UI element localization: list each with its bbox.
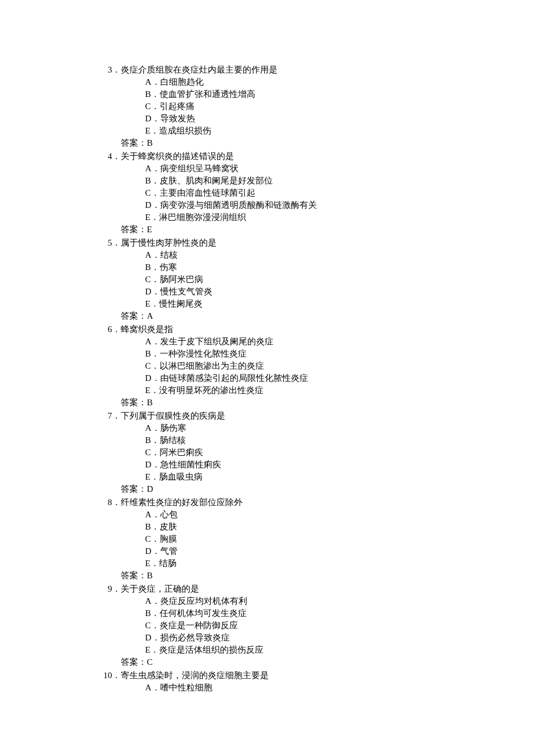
option-item: D．病变弥漫与细菌透明质酸酶和链激酶有关	[145, 199, 534, 211]
option-item: E．结肠	[145, 557, 534, 570]
option-item: B．皮肤、肌肉和阑尾是好发部位	[145, 175, 534, 187]
question-block: 8．纤维素性炎症的好发部位应除外A．心包B．皮肤C．胸膜D．气管E．结肠答案：B	[99, 496, 534, 582]
options-list: A．肠伤寒B．肠结核C．阿米巴痢疾D．急性细菌性痢疾E．肠血吸虫病	[99, 422, 534, 483]
option-item: C．炎症是一种防御反应	[145, 620, 534, 632]
answer-line: 答案：E	[99, 224, 534, 236]
question-number: 7．	[99, 410, 121, 422]
options-list: A．病变组织呈马蜂窝状B．皮肤、肌肉和阑尾是好发部位C．主要由溶血性链球菌引起D…	[99, 163, 534, 224]
option-item: B．使血管扩张和通透性增高	[145, 88, 534, 100]
question-number: 10．	[99, 669, 121, 682]
question-text: 关于蜂窝织炎的描述错误的是	[121, 152, 234, 161]
question-text: 寄生虫感染时，浸润的炎症细胞主要是	[121, 671, 269, 680]
option-item: C．主要由溶血性链球菌引起	[145, 187, 534, 199]
question-block: 6．蜂窝织炎是指A．发生于皮下组织及阑尾的炎症B．一种弥漫性化脓性炎症C．以淋巴…	[99, 323, 534, 409]
option-item: E．慢性阑尾炎	[145, 298, 534, 310]
option-item: D．导致发热	[145, 113, 534, 125]
options-list: A．白细胞趋化B．使血管扩张和通透性增高C．引起疼痛D．导致发热E．造成组织损伤	[99, 76, 534, 137]
option-item: B．一种弥漫性化脓性炎症	[145, 348, 534, 360]
option-item: D．损伤必然导致炎症	[145, 632, 534, 644]
option-item: A．炎症反应均对机体有利	[145, 595, 534, 607]
option-item: C．肠阿米巴病	[145, 273, 534, 286]
option-item: D．急性细菌性痢疾	[145, 459, 534, 471]
question-block: 4．关于蜂窝织炎的描述错误的是A．病变组织呈马蜂窝状B．皮肤、肌肉和阑尾是好发部…	[99, 150, 534, 236]
option-item: E．淋巴细胞弥漫浸润组织	[145, 211, 534, 224]
answer-line: 答案：B	[99, 397, 534, 409]
question-number: 5．	[99, 237, 121, 249]
question-text: 纤维素性炎症的好发部位应除外	[121, 498, 243, 507]
question-number: 9．	[99, 583, 121, 595]
option-item: D．气管	[145, 545, 534, 557]
option-item: A．心包	[145, 509, 534, 521]
question-number: 4．	[99, 150, 121, 163]
options-list: A．发生于皮下组织及阑尾的炎症B．一种弥漫性化脓性炎症C．以淋巴细胞渗出为主的炎…	[99, 336, 534, 397]
question-stem: 8．纤维素性炎症的好发部位应除外	[99, 496, 534, 509]
question-block: 9．关于炎症，正确的是A．炎症反应均对机体有利B．任何机体均可发生炎症C．炎症是…	[99, 583, 534, 668]
question-block: 10．寄生虫感染时，浸润的炎症细胞主要是A．嗜中性粒细胞	[99, 669, 534, 694]
options-list: A．心包B．皮肤C．胸膜D．气管E．结肠	[99, 509, 534, 570]
option-item: E．没有明显坏死的渗出性炎症	[145, 384, 534, 397]
option-item: B．皮肤	[145, 521, 534, 533]
answer-line: 答案：A	[99, 310, 534, 322]
options-list: A．结核B．伤寒C．肠阿米巴病D．慢性支气管炎E．慢性阑尾炎	[99, 249, 534, 310]
option-item: C．阿米巴痢疾	[145, 447, 534, 459]
option-item: A．结核	[145, 249, 534, 261]
question-text: 属于慢性肉芽肿性炎的是	[121, 238, 217, 247]
answer-line: 答案：C	[99, 656, 534, 668]
question-stem: 7．下列属于假膜性炎的疾病是	[99, 410, 534, 422]
question-stem: 9．关于炎症，正确的是	[99, 583, 534, 595]
option-item: D．由链球菌感染引起的局限性化脓性炎症	[145, 372, 534, 384]
question-block: 7．下列属于假膜性炎的疾病是A．肠伤寒B．肠结核C．阿米巴痢疾D．急性细菌性痢疾…	[99, 410, 534, 495]
question-number: 3．	[99, 64, 121, 76]
option-item: E．炎症是活体组织的损伤反应	[145, 644, 534, 656]
option-item: E．肠血吸虫病	[145, 471, 534, 483]
option-item: D．慢性支气管炎	[145, 286, 534, 298]
option-item: A．发生于皮下组织及阑尾的炎症	[145, 336, 534, 348]
option-item: C．引起疼痛	[145, 100, 534, 113]
question-stem: 5．属于慢性肉芽肿性炎的是	[99, 237, 534, 249]
option-item: B．任何机体均可发生炎症	[145, 607, 534, 620]
question-text: 蜂窝织炎是指	[121, 325, 173, 334]
answer-line: 答案：B	[99, 137, 534, 149]
page-content: 3．炎症介质组胺在炎症灶内最主要的作用是A．白细胞趋化B．使血管扩张和通透性增高…	[0, 0, 534, 756]
question-block: 5．属于慢性肉芽肿性炎的是A．结核B．伤寒C．肠阿米巴病D．慢性支气管炎E．慢性…	[99, 237, 534, 322]
option-item: A．白细胞趋化	[145, 76, 534, 88]
question-number: 8．	[99, 496, 121, 509]
option-item: A．病变组织呈马蜂窝状	[145, 163, 534, 175]
option-item: B．伤寒	[145, 261, 534, 273]
answer-line: 答案：D	[99, 483, 534, 495]
options-list: A．嗜中性粒细胞	[99, 682, 534, 694]
option-item: E．造成组织损伤	[145, 125, 534, 137]
option-item: A．嗜中性粒细胞	[145, 682, 534, 694]
option-item: C．以淋巴细胞渗出为主的炎症	[145, 360, 534, 372]
option-item: B．肠结核	[145, 434, 534, 447]
question-stem: 4．关于蜂窝织炎的描述错误的是	[99, 150, 534, 163]
question-text: 炎症介质组胺在炎症灶内最主要的作用是	[121, 65, 277, 74]
answer-line: 答案：B	[99, 570, 534, 582]
option-item: C．胸膜	[145, 533, 534, 545]
question-block: 3．炎症介质组胺在炎症灶内最主要的作用是A．白细胞趋化B．使血管扩张和通透性增高…	[99, 64, 534, 149]
question-number: 6．	[99, 323, 121, 336]
question-stem: 6．蜂窝织炎是指	[99, 323, 534, 336]
question-stem: 10．寄生虫感染时，浸润的炎症细胞主要是	[99, 669, 534, 682]
question-stem: 3．炎症介质组胺在炎症灶内最主要的作用是	[99, 64, 534, 76]
option-item: A．肠伤寒	[145, 422, 534, 434]
question-text: 关于炎症，正确的是	[121, 584, 199, 593]
question-text: 下列属于假膜性炎的疾病是	[121, 411, 225, 420]
options-list: A．炎症反应均对机体有利B．任何机体均可发生炎症C．炎症是一种防御反应D．损伤必…	[99, 595, 534, 656]
